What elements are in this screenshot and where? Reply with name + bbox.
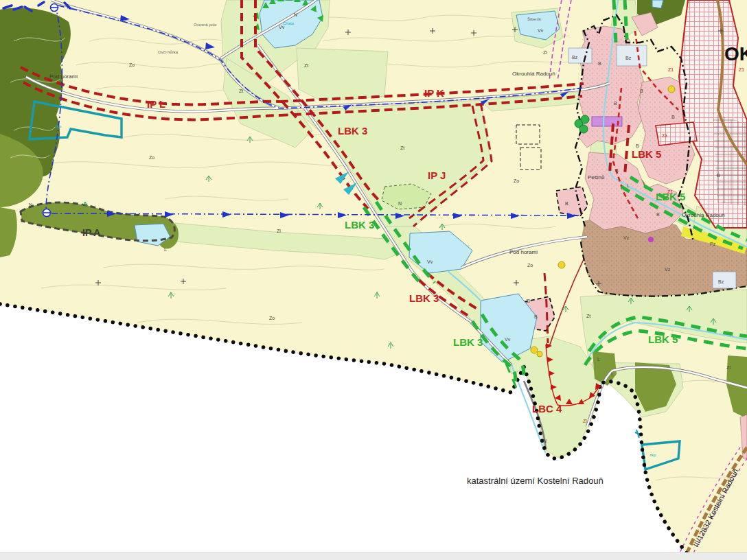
map-label-29: Zt [304,63,308,68]
map-label-66: Z1 [667,189,673,194]
map-label-71: zkp [650,453,656,457]
map-label-25: Zo [269,316,275,320]
map-label-23: Zo [129,62,135,67]
map-label-32: Zt [726,365,731,370]
map-label-47: Vv [505,337,511,342]
map-label-38: N [543,439,547,443]
map-label-39: N [294,12,297,17]
map-label-50: Pz [710,242,716,246]
map-label-6: LBK 3 [453,336,483,348]
map-label-26: Zo [514,178,519,183]
map-label-52: B [614,101,617,106]
map-label-30: Zt [400,145,404,150]
map-label-51: B [598,61,601,66]
map-label-57: B [565,201,568,206]
map-label-49: Vz [665,267,671,272]
map-label-65: Z1 [739,67,744,72]
map-label-1: IP K [424,87,444,99]
map-label-67: 2a [662,133,667,138]
map-label-11: IP A [82,227,100,238]
map-label-64: Z1 [668,67,674,72]
map-label-42: L [597,357,600,362]
map-label-58: B [656,212,660,217]
map-label-53: B [640,89,643,93]
map-label-54: B [671,115,675,119]
map-label-63: Bz [718,279,724,284]
map-label-40: L [164,247,167,252]
map-label-8: LBK 5 [632,148,661,160]
map-label-15: Pod horami [49,73,78,80]
map-label-59: B [717,173,720,178]
window-bottom-bar [0,552,747,560]
map-label-55: B [636,143,639,148]
map-label-20: Ovesná pole [194,23,217,27]
map-label-37: N [398,201,402,206]
map-label-35: Zl [277,229,281,233]
map-label-43: L [611,371,614,376]
map-label-60: B [534,314,538,319]
map-label-46: Vv [427,259,433,264]
town-bz-south [713,272,736,288]
territorial-plan-map[interactable]: IP LIP KLBK 3IP JLBK 3LBK 3LBK 3LBC 4LBK… [0,0,747,560]
map-label-45: Vv [538,28,544,33]
map-label-61: Bz [572,55,578,60]
map-label-70: zkp [55,124,62,128]
map-label-33: Zl [543,50,547,55]
map-label-18: Okrouhlá Radouň [682,212,725,218]
map-label-27: Zo [527,263,533,268]
map-label-19: Pešinů [588,174,604,180]
map-label-0: IP L [147,98,165,110]
map-label-69: Chata [283,21,295,25]
map-label-17: Okrouhlá Radouň [512,71,555,77]
field-north-of-road [297,48,388,102]
map-label-3: IP J [428,170,446,181]
map-label-12: OK [724,43,747,65]
map-label-56: B [615,168,619,173]
map-label-5: LBK 3 [409,292,439,304]
map-label-16: Pod horami [509,249,538,255]
map-label-28: Zt [239,89,243,93]
map-label-36: N [29,202,32,207]
map-label-48: Vz [623,235,630,240]
map-label-31: Zt [586,314,590,318]
map-label-22: Šibeník [527,17,542,21]
map-label-2: LBK 3 [338,125,367,137]
map-label-68: Zl [583,419,587,423]
map-label-34: Zl [526,299,530,303]
green-town-west [614,0,616,43]
map-label-41: L [627,183,630,188]
magenta-node [648,237,654,242]
map-label-62: Bz [625,56,632,60]
green-town-east [625,0,627,40]
town-pesinu [556,187,588,216]
map-label-21: Ovčí hůrka [158,50,179,54]
map-label-24: Zo [149,155,154,160]
map-label-44: Vv [279,25,285,30]
map-label-10: LBK 5 [648,334,678,345]
map-label-7: LBC 4 [532,403,562,415]
map-label-13: katastrální území Kostelní Radouň [467,476,604,486]
pond-corner [652,0,663,8]
map-label-4: LBK 3 [345,219,374,231]
town-bz-mid [617,45,647,66]
map-viewport: IP LIP KLBK 3IP JLBK 3LBK 3LBK 3LBC 4LBK… [0,0,747,560]
